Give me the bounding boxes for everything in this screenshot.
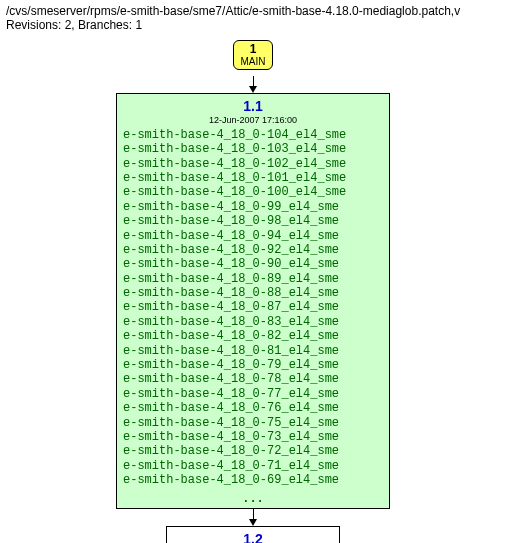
tag-entry: e-smith-base-4_18_0-79_el4_sme bbox=[123, 358, 383, 372]
revision-version: 1.2 bbox=[173, 531, 333, 543]
tag-entry: e-smith-base-4_18_0-78_el4_sme bbox=[123, 372, 383, 386]
tag-entry: e-smith-base-4_18_0-92_el4_sme bbox=[123, 243, 383, 257]
tag-entry: e-smith-base-4_18_0-73_el4_sme bbox=[123, 430, 383, 444]
tag-entry: e-smith-base-4_18_0-76_el4_sme bbox=[123, 401, 383, 415]
tag-entry: e-smith-base-4_18_0-77_el4_sme bbox=[123, 387, 383, 401]
arrow-down-icon bbox=[249, 519, 257, 526]
repo-path: /cvs/smeserver/rpms/e-smith-base/sme7/At… bbox=[6, 4, 500, 18]
tag-entry: e-smith-base-4_18_0-75_el4_sme bbox=[123, 416, 383, 430]
tag-entry: e-smith-base-4_18_0-72_el4_sme bbox=[123, 444, 383, 458]
branch-node-main[interactable]: 1 MAIN bbox=[233, 40, 273, 70]
tag-entry: e-smith-base-4_18_0-81_el4_sme bbox=[123, 344, 383, 358]
header: /cvs/smeserver/rpms/e-smith-base/sme7/At… bbox=[0, 0, 506, 34]
tag-entry: e-smith-base-4_18_0-89_el4_sme bbox=[123, 272, 383, 286]
revision-version: 1.1 bbox=[123, 98, 383, 115]
revisions-summary: Revisions: 2, Branches: 1 bbox=[6, 18, 500, 32]
tag-entry: e-smith-base-4_18_0-90_el4_sme bbox=[123, 257, 383, 271]
tag-entry: e-smith-base-4_18_0-88_el4_sme bbox=[123, 286, 383, 300]
revision-node-1.1[interactable]: 1.1 12-Jun-2007 17:16:00 e-smith-base-4_… bbox=[116, 93, 390, 508]
tag-list: e-smith-base-4_18_0-104_el4_smee-smith-b… bbox=[123, 128, 383, 490]
tag-entry: e-smith-base-4_18_0-87_el4_sme bbox=[123, 300, 383, 314]
tag-entry: e-smith-base-4_18_0-82_el4_sme bbox=[123, 329, 383, 343]
revision-graph: 1 MAIN 1.1 12-Jun-2007 17:16:00 e-smith-… bbox=[0, 34, 506, 543]
tag-entry: e-smith-base-4_18_0-101_el4_sme bbox=[123, 171, 383, 185]
tag-entry: e-smith-base-4_18_0-83_el4_sme bbox=[123, 315, 383, 329]
connector-line bbox=[253, 509, 254, 519]
tag-entry: e-smith-base-4_18_0-99_el4_sme bbox=[123, 200, 383, 214]
branch-number: 1 bbox=[234, 43, 272, 56]
connector-line bbox=[253, 76, 254, 86]
arrow-down-icon bbox=[249, 86, 257, 93]
branch-label: MAIN bbox=[234, 56, 272, 67]
tag-entry: e-smith-base-4_18_0-69_el4_sme bbox=[123, 473, 383, 487]
tag-entry: e-smith-base-4_18_0-94_el4_sme bbox=[123, 229, 383, 243]
revision-node-1.2[interactable]: 1.2 26-Mar-2008 18:01:38 HEAD bbox=[166, 526, 340, 543]
tag-entry: e-smith-base-4_18_0-100_el4_sme bbox=[123, 185, 383, 199]
tags-ellipsis: ... bbox=[123, 490, 383, 506]
tag-entry: e-smith-base-4_18_0-102_el4_sme bbox=[123, 157, 383, 171]
revision-date: 12-Jun-2007 17:16:00 bbox=[123, 115, 383, 126]
tag-entry: e-smith-base-4_18_0-71_el4_sme bbox=[123, 459, 383, 473]
tag-entry: e-smith-base-4_18_0-98_el4_sme bbox=[123, 214, 383, 228]
tag-entry: e-smith-base-4_18_0-104_el4_sme bbox=[123, 128, 383, 142]
tag-entry: e-smith-base-4_18_0-103_el4_sme bbox=[123, 142, 383, 156]
